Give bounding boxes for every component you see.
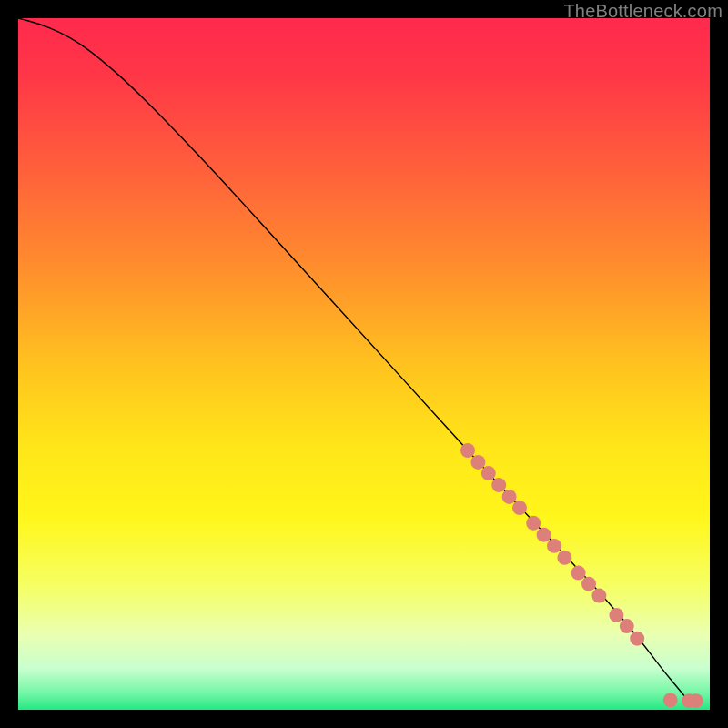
curve-layer <box>18 18 710 710</box>
curve-marker <box>663 693 678 707</box>
curve-marker <box>689 693 703 708</box>
watermark-text: TheBottleneck.com <box>563 1 723 22</box>
curve-marker <box>491 478 506 492</box>
curve-marker <box>537 528 551 542</box>
curve-marker <box>502 490 517 504</box>
curve-marker <box>592 589 606 603</box>
curve-marker <box>620 619 634 633</box>
curve-marker <box>460 443 475 458</box>
curve-marker <box>581 577 596 592</box>
curve-marker <box>526 516 541 531</box>
curve-marker <box>512 500 527 515</box>
curve-marker <box>547 539 561 553</box>
curve-marker <box>571 566 586 581</box>
plot-area <box>18 18 710 710</box>
curve-marker <box>481 466 496 480</box>
curve-marker <box>557 551 571 565</box>
curve-marker <box>470 455 485 470</box>
curve-markers <box>460 443 703 708</box>
curve-marker <box>630 632 644 646</box>
chart-stage: TheBottleneck.com <box>0 0 728 728</box>
curve-marker <box>609 608 623 622</box>
